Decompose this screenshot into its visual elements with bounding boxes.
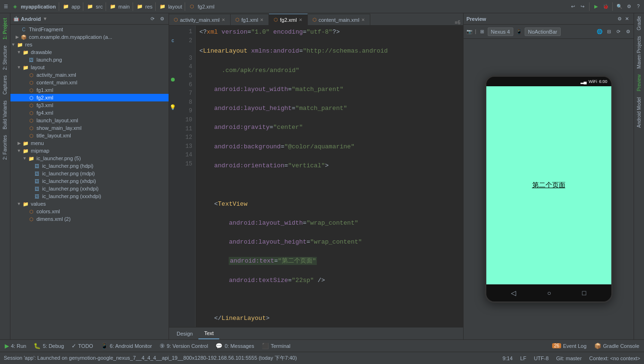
undo-icon[interactable]: ↩ (569, 3, 577, 10)
tree-item-launch-png[interactable]: 🖼 launch.png (10, 56, 169, 64)
dropdown-arrow[interactable]: ▼ (43, 16, 47, 21)
preview-locale-icon[interactable]: 🌐 (596, 28, 603, 36)
device-select[interactable]: Nexus 4 (488, 27, 513, 36)
tree-item-dimens[interactable]: ⬡ dimens.xml (2) (10, 215, 169, 223)
debug-icon[interactable]: 🐞 (602, 3, 609, 10)
tree-item-title-layout[interactable]: ⬡ title_layout.xml (10, 132, 169, 139)
tree-label: dimens.xml (2) (36, 216, 71, 222)
tree-arrow: ▶ (16, 141, 22, 146)
tree-label: layout (31, 64, 45, 70)
sidebar-tab-preview-right[interactable]: Preview (635, 72, 643, 94)
tree-item-values[interactable]: ▼ 📁 values (10, 200, 169, 208)
sidebar-tab-gradle[interactable]: Gradle (635, 13, 643, 33)
xml-icon: ⬡ (188, 3, 196, 10)
tree-label: colors.xml (36, 209, 60, 214)
tab-fg2[interactable]: ⬡ fg2.xml ✕ (269, 14, 307, 25)
sidebar-tab-maven[interactable]: Maven Projects (635, 33, 643, 72)
tool-debug[interactable]: 🐛 5: Debug (32, 342, 66, 350)
code-content[interactable]: <?xml version="1.0" encoding="utf-8"?> <… (196, 26, 463, 327)
tree-item-colors[interactable]: ⬡ colors.xml (10, 208, 169, 215)
device-icon[interactable]: 📱 (515, 28, 523, 36)
folder-icon[interactable]: 📁 (62, 3, 70, 10)
tab-close[interactable]: ✕ (222, 18, 225, 22)
tree-item-ThirdFragment[interactable]: C ThirdFragment (10, 26, 169, 33)
code-editor[interactable]: C 💡 1 2 3 4 (169, 26, 463, 327)
tab-design[interactable]: Design (171, 328, 198, 339)
tool-todo[interactable]: ✓ TODO (70, 342, 95, 350)
back-btn: ◁ (511, 289, 516, 297)
gear-icon[interactable]: ⚙ (158, 15, 166, 23)
sync-icon[interactable]: ⟳ (149, 15, 156, 23)
tree-item-ic-mdpi[interactable]: 🖼 ic_launcher.png (mdpi) (10, 170, 169, 177)
tree-item-ic-xxhdpi[interactable]: 🖼 ic_launcher.png (xxhdpi) (10, 185, 169, 192)
tree-item-fg4[interactable]: ⬡ fg4.xml (10, 109, 169, 117)
tool-version-control[interactable]: ⑨ 9: Version Control (158, 342, 210, 350)
tree-item-ic-xxxhdpi[interactable]: 🖼 ic_launcher.png (xxxhdpi) (10, 192, 169, 200)
sidebar-tab-project[interactable]: 1: Project (1, 15, 9, 43)
preview-gear2-icon[interactable]: ⚙ (624, 28, 632, 36)
tree-item-show-main[interactable]: ⬡ show_main_lay.xml (10, 124, 169, 132)
tree-item-res[interactable]: ▼ 📁 res (10, 41, 169, 48)
tab-text[interactable]: Text (198, 328, 219, 339)
preview-header: Preview ⚙ ✕ (464, 13, 634, 25)
tool-android-monitor[interactable]: 📱 6: Android Monitor (99, 342, 154, 350)
tree-item-drawable[interactable]: ▼ 📁 drawable (10, 48, 169, 56)
tab-close[interactable]: ✕ (361, 18, 365, 22)
tab-activity-main[interactable]: ⬡ activity_main.xml ✕ (169, 14, 231, 25)
gutter-line-5 (169, 65, 177, 75)
tree-item-menu[interactable]: ▶ 📁 menu (10, 139, 169, 147)
gradle-console-label: Gradle Console (603, 343, 639, 349)
position-display: 9:14 (502, 355, 512, 361)
tab-close[interactable]: ✕ (260, 18, 264, 22)
settings-icon[interactable]: ⚙ (625, 3, 633, 10)
sidebar-tab-favorites[interactable]: 2: Favorites (1, 132, 9, 163)
tree-item-ic-launcher-group[interactable]: ▼ 📁 ic_launcher.png (5) (10, 155, 169, 162)
folder2-icon[interactable]: 📁 (86, 3, 94, 10)
sidebar-tab-android-model[interactable]: Android Model (635, 94, 643, 130)
search-icon[interactable]: 🔍 (616, 3, 623, 10)
sep8 (612, 2, 613, 11)
preview-settings-icon[interactable]: ⚙ (616, 15, 623, 23)
tree-item-mipmap[interactable]: ▼ 📁 mipmap (10, 147, 169, 155)
theme-select[interactable]: NoActionBar (525, 27, 561, 36)
tool-run[interactable]: ▶ 4: Run (3, 342, 28, 350)
sidebar-tab-build[interactable]: Build Variants (1, 98, 9, 132)
xml-icon: ⬡ (27, 117, 35, 124)
redo-icon[interactable]: ↪ (579, 3, 586, 10)
preview-close-icon[interactable]: ✕ (623, 15, 631, 23)
tool-messages[interactable]: 💬 0: Messages (214, 342, 256, 350)
sidebar-tab-structure[interactable]: 2: Structure (1, 43, 9, 73)
folder4-icon[interactable]: 📁 (136, 3, 143, 10)
tab-content-main[interactable]: ⬡ content_main.xml ✕ (308, 14, 370, 25)
tool-event-log[interactable]: 26 Event Log (550, 342, 589, 350)
folder5-icon[interactable]: 📁 (159, 3, 166, 10)
tab-close[interactable]: ✕ (299, 18, 303, 22)
gutter: C 💡 (169, 26, 177, 327)
folder3-icon[interactable]: 📁 (109, 3, 116, 10)
tree-item-content-main[interactable]: ⬡ content_main.xml (10, 79, 169, 86)
preview-zoom-fit-icon[interactable]: ⊞ (478, 28, 486, 36)
tree-item-fg3[interactable]: ⬡ fg3.xml (10, 101, 169, 109)
tree-item-ic-hdpi[interactable]: 🖼 ic_launcher.png (hdpi) (10, 162, 169, 170)
tool-terminal[interactable]: ⬛ Terminal (260, 342, 293, 350)
tree-item-launch-layout[interactable]: ⬡ launch_layout.xml (10, 117, 169, 124)
menu-icon[interactable]: ☰ (2, 3, 9, 10)
gutter-line-6 (169, 75, 177, 84)
tree-item-layout[interactable]: ▼ 📁 layout (10, 64, 169, 71)
preview-capture-icon[interactable]: 📷 (465, 28, 473, 36)
tool-gradle-console[interactable]: 📦 Gradle Console (592, 342, 641, 350)
tree-label: ThirdFragment (29, 27, 63, 32)
sidebar-tab-captures[interactable]: Captures (1, 73, 9, 98)
tree-item-fg1[interactable]: ⬡ fg1.xml (10, 86, 169, 94)
help-icon[interactable]: ? (635, 3, 642, 10)
tree-item-ic-xhdpi[interactable]: 🖼 ic_launcher.png (xhdpi) (10, 177, 169, 185)
tree-item-activity-main[interactable]: ⬡ activity_main.xml (10, 71, 169, 79)
preview-api-icon[interactable]: ⊟ (605, 28, 613, 36)
tree-label: ic_launcher.png (xxxhdpi) (42, 193, 101, 199)
tab-fg1[interactable]: ⬡ fg1.xml ✕ (231, 14, 269, 25)
tree-item-com-example[interactable]: ▶ 📦 com.example.dm.myapplication (a... (10, 33, 169, 41)
gradle-icon: 📦 (594, 343, 601, 349)
preview-refresh-icon[interactable]: ⟳ (615, 28, 622, 36)
run-icon[interactable]: ▶ (592, 3, 600, 10)
tree-item-fg2[interactable]: ⬡ fg2.xml (10, 94, 169, 101)
